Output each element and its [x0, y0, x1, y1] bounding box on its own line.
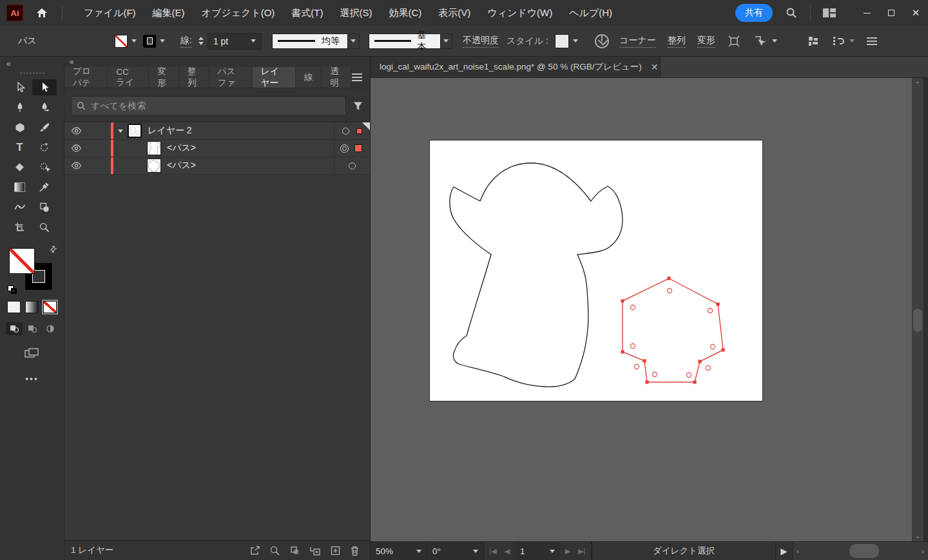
isolate-selection-icon[interactable]	[727, 34, 741, 48]
menu-help[interactable]: ヘルプ(H)	[562, 3, 619, 23]
expand-collapse-icon[interactable]	[113, 130, 128, 133]
layer-thumbnail[interactable]	[128, 124, 142, 138]
width-profile-combo[interactable]: 均等	[272, 34, 360, 49]
target-circle[interactable]	[349, 162, 356, 169]
panel-menu-icon[interactable]	[866, 37, 878, 46]
select-similar-icon[interactable]	[753, 34, 768, 48]
collapse-dock-icon[interactable]: «	[0, 57, 64, 68]
tab-stroke[interactable]: 線	[296, 67, 322, 88]
eraser-tool[interactable]	[8, 159, 32, 175]
search-input[interactable]	[91, 101, 340, 111]
scroll-down-icon[interactable]: ⌄	[915, 530, 920, 541]
zoom-tool[interactable]	[32, 219, 57, 235]
zoom-level-combo[interactable]: 50%	[371, 542, 427, 560]
selected-polygon-path[interactable]	[623, 278, 723, 382]
close-tab-icon[interactable]: ✕	[651, 62, 659, 72]
artboard[interactable]	[430, 140, 762, 401]
draw-inside-icon[interactable]	[42, 322, 59, 335]
none-button[interactable]	[43, 301, 57, 313]
horizontal-scroll-thumb[interactable]	[849, 544, 879, 558]
layer-row[interactable]: <パス>	[64, 140, 370, 157]
direct-selection-tool[interactable]	[32, 79, 57, 95]
panel-menu-icon[interactable]	[352, 73, 362, 81]
vertical-scrollbar[interactable]: ⌃ ⌄	[912, 78, 923, 541]
menu-effect[interactable]: 効果(C)	[382, 3, 429, 23]
new-sublayer-icon[interactable]	[309, 545, 321, 556]
type-tool[interactable]: T	[8, 139, 32, 155]
stroke-weight-stepper[interactable]	[198, 37, 204, 45]
maximize-button[interactable]	[879, 0, 904, 26]
workspace-switcher-icon[interactable]	[820, 3, 839, 23]
layers-search-box[interactable]	[71, 96, 346, 115]
minimize-button[interactable]	[855, 0, 879, 26]
align-objects-icon[interactable]	[807, 35, 820, 48]
vertical-scroll-track[interactable]	[912, 90, 923, 530]
recolor-artwork-icon[interactable]	[595, 34, 609, 48]
pen-tool[interactable]	[8, 99, 32, 115]
vertical-scroll-thumb[interactable]	[913, 309, 922, 332]
path-name[interactable]: <パス>	[167, 160, 334, 171]
chevron-down-icon[interactable]	[441, 34, 452, 49]
draw-behind-icon[interactable]	[24, 322, 41, 335]
selection-tool[interactable]	[8, 79, 32, 95]
tab-transform[interactable]: 変形	[149, 67, 179, 88]
align-link[interactable]: 整列	[668, 35, 686, 48]
style-combo[interactable]	[555, 34, 578, 48]
target-circle[interactable]	[342, 128, 349, 135]
color-button[interactable]	[7, 301, 21, 313]
shape-builder-tool[interactable]	[32, 199, 57, 215]
stroke-weight-combo[interactable]: 1 pt	[208, 33, 262, 50]
tab-properties[interactable]: プロパテ	[64, 67, 108, 88]
gradient-button[interactable]	[25, 301, 39, 313]
swap-fill-stroke-icon[interactable]: ⇄	[47, 243, 59, 255]
document-tab[interactable]: logi_cal_waifu2x_art_noise1_scale.png* @…	[371, 57, 661, 77]
menu-file[interactable]: ファイル(F)	[77, 3, 143, 23]
opacity-link[interactable]: 不透明度	[463, 35, 499, 48]
horizontal-scrollbar[interactable]: ‹ ›	[793, 542, 928, 560]
menu-view[interactable]: 表示(V)	[431, 3, 478, 23]
tab-cc-libraries[interactable]: CC ライ	[108, 67, 149, 88]
previous-artboard-icon[interactable]: ◀	[501, 547, 514, 555]
layer-row[interactable]: レイヤー 2	[64, 122, 370, 140]
first-artboard-icon[interactable]: |◀	[487, 547, 499, 555]
menu-select[interactable]: 選択(S)	[333, 3, 380, 23]
path-thumbnail[interactable]	[147, 159, 161, 173]
polygon-anchors[interactable]	[621, 276, 724, 383]
visibility-toggle[interactable]	[64, 162, 88, 169]
gradient-tool[interactable]	[8, 179, 32, 195]
chevron-down-icon[interactable]	[772, 39, 777, 43]
path-thumbnail[interactable]	[147, 141, 161, 155]
stroke-panel-link[interactable]: 線:	[180, 35, 192, 48]
style-swatch[interactable]	[555, 34, 569, 48]
snap-options-icon[interactable]	[831, 35, 846, 48]
artboard-tool[interactable]	[8, 219, 32, 235]
layer-name[interactable]: レイヤー 2	[148, 125, 334, 137]
menu-object[interactable]: オブジェクト(O)	[195, 3, 282, 23]
curvature-tool[interactable]	[32, 99, 57, 115]
transform-link[interactable]: 変形	[697, 35, 715, 48]
default-fill-stroke-icon[interactable]	[8, 285, 18, 294]
share-button[interactable]: 共有	[735, 4, 773, 22]
locate-object-icon[interactable]	[269, 545, 280, 556]
corner-link[interactable]: コーナー	[619, 35, 656, 48]
canvas-viewport[interactable]: ⌃ ⌄	[371, 78, 928, 541]
home-icon[interactable]	[31, 4, 53, 22]
screen-mode-icon[interactable]	[0, 347, 64, 360]
tab-layers[interactable]: レイヤー	[253, 67, 296, 88]
layer-row[interactable]: <パス>	[64, 157, 370, 175]
stroke-black-swatch[interactable]	[143, 35, 156, 48]
eyedropper-tool[interactable]	[32, 179, 57, 195]
scroll-left-icon[interactable]: ‹	[793, 547, 803, 555]
edit-toolbar-icon[interactable]: •••	[0, 374, 64, 384]
delete-layer-icon[interactable]	[350, 545, 360, 556]
chevron-down-icon[interactable]	[849, 39, 855, 43]
next-artboard-icon[interactable]: ▶	[561, 547, 574, 555]
collapse-dock-icon[interactable]: «	[70, 57, 73, 66]
character-outline-path[interactable]	[450, 163, 623, 387]
rotate-tool[interactable]	[32, 139, 57, 155]
width-tool[interactable]	[8, 199, 32, 215]
clipping-mask-icon[interactable]	[289, 545, 300, 556]
last-artboard-icon[interactable]: ▶|	[575, 547, 588, 555]
selection-indicator[interactable]	[356, 128, 362, 134]
visibility-toggle[interactable]	[64, 127, 88, 135]
